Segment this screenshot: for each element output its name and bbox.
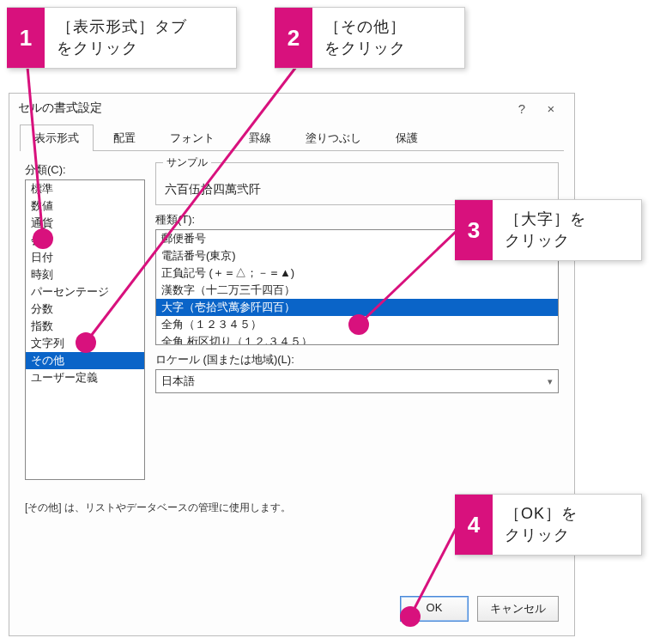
list-item[interactable]: 数値 [26, 197, 144, 215]
list-item[interactable]: 指数 [26, 318, 144, 335]
locale-select[interactable]: 日本語 ▾ [155, 369, 559, 393]
locale-label: ロケール (国または地域)(L): [155, 352, 559, 368]
list-item[interactable]: 分数 [26, 301, 144, 318]
list-item-selected[interactable]: その他 [26, 352, 144, 369]
callout-number: 2 [275, 8, 312, 68]
ok-button[interactable]: OK [400, 596, 469, 622]
sample-label: サンプル [163, 155, 211, 170]
category-listbox[interactable]: 標準 数値 通貨 会計 日付 時刻 パーセンテージ 分数 指数 文字列 その他 … [25, 179, 145, 480]
list-item[interactable]: 文字列 [26, 335, 144, 352]
tab-fill[interactable]: 塗りつぶし [291, 125, 376, 151]
help-icon[interactable]: ? [507, 101, 536, 116]
category-label: 分類(C): [25, 162, 145, 178]
list-item[interactable]: 標準 [26, 180, 144, 197]
cancel-button[interactable]: キャンセル [477, 596, 559, 622]
callout-number: 1 [7, 8, 45, 68]
tab-alignment[interactable]: 配置 [99, 125, 150, 151]
list-item-selected[interactable]: 大字（壱拾弐萬参阡四百） [156, 299, 558, 316]
list-item[interactable]: 会計 [26, 232, 144, 249]
list-item[interactable]: 全角（１２３４５） [156, 316, 558, 333]
close-icon[interactable]: × [536, 101, 566, 116]
list-item[interactable]: パーセンテージ [26, 283, 144, 301]
list-item[interactable]: 通貨 [26, 215, 144, 232]
locale-value: 日本語 [161, 374, 195, 389]
tab-font[interactable]: フォント [155, 125, 229, 151]
list-item[interactable]: 正負記号 (＋＝△；－＝▲) [156, 264, 558, 282]
list-item[interactable]: 漢数字（十二万三千四百） [156, 282, 558, 299]
tab-strip: 表示形式 配置 フォント 罫線 塗りつぶし 保護 [9, 121, 574, 151]
callout-text: ［表示形式］タブ をクリック [45, 8, 203, 68]
sample-value: 六百伍拾四萬弐阡 [165, 182, 549, 197]
list-item[interactable]: 日付 [26, 249, 144, 266]
callout-text: ［大字］を クリック [493, 200, 602, 260]
tab-number-format[interactable]: 表示形式 [20, 125, 94, 151]
titlebar: セルの書式設定 ? × [9, 94, 574, 121]
callout-text: ［OK］を クリック [493, 495, 593, 555]
list-item[interactable]: 全角 桁区切り（１２,３４５） [156, 333, 558, 345]
callout-text: ［その他］ をクリック [312, 8, 421, 68]
tab-border[interactable]: 罫線 [234, 125, 286, 151]
list-item[interactable]: 時刻 [26, 266, 144, 283]
dialog-buttons: OK キャンセル [9, 584, 574, 635]
tab-protection[interactable]: 保護 [381, 125, 433, 151]
chevron-down-icon: ▾ [548, 376, 553, 387]
callout-number: 3 [455, 200, 493, 260]
dialog-title: セルの書式設定 [18, 100, 507, 116]
list-item[interactable]: ユーザー定義 [26, 369, 144, 386]
callout-number: 4 [455, 495, 493, 555]
